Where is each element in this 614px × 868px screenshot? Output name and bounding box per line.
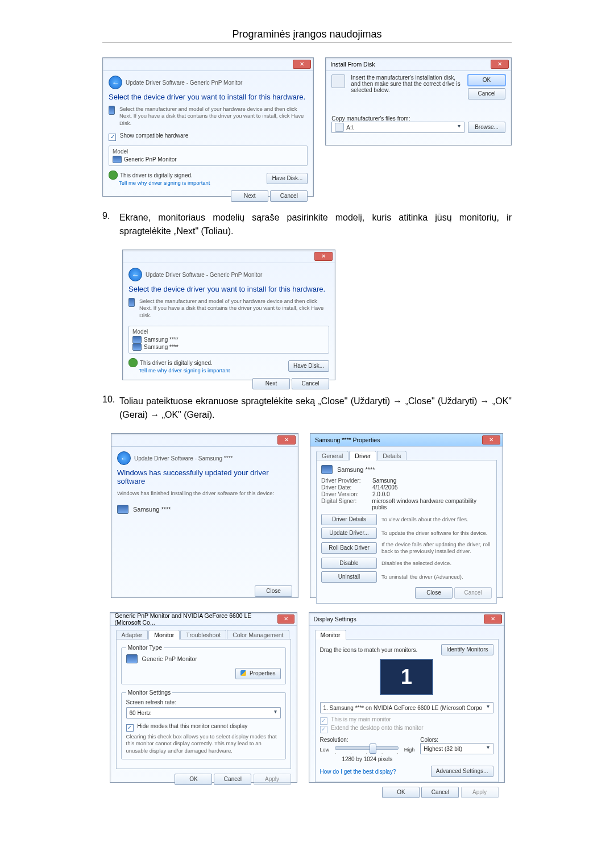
update-driver-button[interactable]: Update Driver... [321, 528, 377, 539]
driver-details-button[interactable]: Driver Details [321, 514, 377, 525]
group-monitor-type: Monitor Type Generic PnP Monitor Propert… [121, 644, 286, 684]
colors-value: Highest (32 bit) [424, 746, 462, 752]
next-button[interactable]: Next [252, 378, 290, 389]
uninstall-button[interactable]: Uninstall [321, 571, 377, 583]
monitor-icon [117, 505, 128, 514]
page-title: Programinės įrangos naudojimas [102, 28, 512, 40]
path-input[interactable]: A:\ [331, 122, 464, 133]
identify-monitors-button[interactable]: Identify Monitors [441, 644, 493, 655]
rollback-driver-button[interactable]: Roll Back Driver [321, 542, 377, 554]
tab-details[interactable]: Details [377, 451, 406, 460]
close-icon[interactable]: ✕ [293, 60, 311, 69]
tab-driver[interactable]: Driver [349, 451, 376, 460]
close-icon[interactable]: ✕ [314, 252, 333, 261]
instruction-step-10: 10. Toliau pateiktuose ekranuose spragte… [102, 394, 512, 422]
close-icon[interactable]: ✕ [277, 435, 296, 445]
monitor-preview-icon[interactable]: 1 [380, 659, 433, 695]
disable-desc: Disables the selected device. [381, 560, 492, 567]
monitor-icon [126, 654, 138, 663]
colors-dropdown[interactable]: Highest (32 bit) [420, 743, 493, 754]
dialog-title: Generic PnP Monitor and NVIDIA GeForce 6… [115, 612, 278, 626]
refresh-rate-dropdown[interactable]: 60 Hertz [126, 707, 281, 719]
shield-icon [109, 171, 118, 180]
properties-button[interactable]: Properties [235, 668, 280, 679]
ok-button[interactable]: OK [468, 74, 505, 86]
tab-monitor[interactable]: Monitor [315, 630, 346, 639]
close-icon[interactable]: ✕ [484, 614, 502, 624]
link-best-display[interactable]: How do I get the best display? [320, 769, 396, 775]
tab-troubleshoot[interactable]: Troubleshoot [180, 630, 226, 639]
tab-adapter[interactable]: Adapter [116, 630, 148, 639]
cancel-button[interactable]: Cancel [468, 88, 505, 99]
close-icon[interactable]: ✕ [482, 435, 500, 445]
screenshot-row-3: ✕ ← Update Driver Software - Samsung ***… [102, 433, 512, 598]
dialog-install-from-disk: Install From Disk ✕ Insert the manufactu… [325, 57, 512, 146]
breadcrumb-text: Update Driver Software - Generic PnP Mon… [146, 272, 262, 278]
rollback-driver-desc: If the device fails after updating the d… [381, 541, 492, 555]
link-why-signing[interactable]: Tell me why driver signing is important [119, 180, 210, 186]
dialog-update-driver-2: ✕ ← Update Driver Software - Generic PnP… [122, 250, 335, 380]
device-name: Samsung **** [337, 466, 375, 473]
breadcrumb-text: Update Driver Software - Generic PnP Mon… [126, 80, 242, 86]
resolution-slider[interactable] [335, 746, 399, 750]
have-disk-button[interactable]: Have Disk... [288, 360, 329, 372]
wizard-subtext: Windows has finished installing the driv… [117, 490, 292, 497]
model-list-item[interactable]: Samsung **** [144, 337, 179, 343]
step-text: Toliau pateiktuose ekranuose spragtelėki… [119, 394, 512, 422]
ok-button[interactable]: OK [382, 787, 420, 798]
model-listbox: Model Generic PnP Monitor [109, 146, 308, 166]
screenshot-row-1: ✕ ← Update Driver Software - Generic PnP… [102, 57, 512, 197]
instruction-step-9: 9. Ekrane, monitoriaus modelių sąraše pa… [102, 211, 512, 238]
monitor-icon [132, 336, 142, 343]
close-button[interactable]: Close [255, 585, 292, 597]
update-driver-desc: To update the driver software for this d… [381, 530, 492, 537]
monitor-type-value: Generic PnP Monitor [142, 655, 197, 662]
back-arrow-icon[interactable]: ← [117, 451, 131, 465]
close-icon[interactable]: ✕ [491, 60, 509, 69]
back-arrow-icon[interactable]: ← [109, 76, 122, 89]
monitor-select-dropdown[interactable]: 1. Samsung **** on NVIDIA GeForce 6600 L… [320, 702, 493, 713]
model-list-item[interactable]: Samsung **** [144, 344, 179, 350]
monitor-select-value: 1. Samsung **** on NVIDIA GeForce 6600 L… [323, 705, 483, 711]
digital-signer: microsoft windows hardware compatibility… [372, 498, 492, 510]
device-name: Samsung **** [133, 506, 171, 513]
resolution-value: 1280 by 1024 pixels [320, 756, 415, 762]
checkbox-show-compatible[interactable] [109, 134, 116, 141]
checkbox-hide-modes[interactable] [126, 724, 134, 732]
step-number: 10. [102, 394, 119, 422]
cancel-button[interactable]: Cancel [292, 378, 329, 389]
browse-button[interactable]: Browse... [468, 122, 505, 133]
shield-icon [240, 670, 246, 676]
close-icon[interactable]: ✕ [277, 614, 294, 624]
screenshot-row-2: ✕ ← Update Driver Software - Generic PnP… [102, 250, 512, 380]
drive-icon [335, 123, 344, 132]
dialog-driver-properties: Samsung **** Properties ✕ General Driver… [310, 433, 503, 598]
dialog-monitor-properties: Generic PnP Monitor and NVIDIA GeForce 6… [110, 612, 297, 783]
cancel-button[interactable]: Cancel [214, 774, 251, 785]
have-disk-button[interactable]: Have Disk... [267, 173, 308, 184]
group-legend: Monitor Type [126, 644, 164, 651]
tab-general[interactable]: General [316, 451, 349, 460]
back-arrow-icon[interactable]: ← [128, 268, 142, 281]
label-hide-modes: Hide modes that this monitor cannot disp… [137, 723, 247, 729]
wizard-heading: Windows has successfully updated your dr… [117, 468, 292, 485]
signed-text: This driver is digitally signed. [140, 360, 213, 366]
title-rule [102, 43, 512, 43]
cancel-button[interactable]: Cancel [421, 787, 459, 798]
tab-monitor[interactable]: Monitor [148, 630, 180, 639]
tab-color-management[interactable]: Color Management [227, 630, 289, 639]
wizard-heading: Select the device driver you want to ins… [109, 93, 308, 101]
next-button[interactable]: Next [231, 190, 268, 202]
model-list-item[interactable]: Generic PnP Monitor [124, 156, 177, 163]
cancel-button[interactable]: Cancel [270, 190, 308, 202]
disk-icon [331, 74, 345, 88]
close-button[interactable]: Close [415, 587, 453, 599]
advanced-settings-button[interactable]: Advanced Settings... [431, 766, 493, 777]
label-colors: Colors: [420, 737, 493, 743]
ok-button[interactable]: OK [175, 774, 212, 785]
document-page: Programinės įrangos naudojimas ✕ ← Updat… [0, 0, 614, 868]
column-header-model: Model [132, 329, 325, 335]
refresh-rate-value: 60 Hertz [130, 710, 151, 716]
link-why-signing[interactable]: Tell me why driver signing is important [139, 367, 230, 373]
disable-button[interactable]: Disable [321, 558, 377, 569]
